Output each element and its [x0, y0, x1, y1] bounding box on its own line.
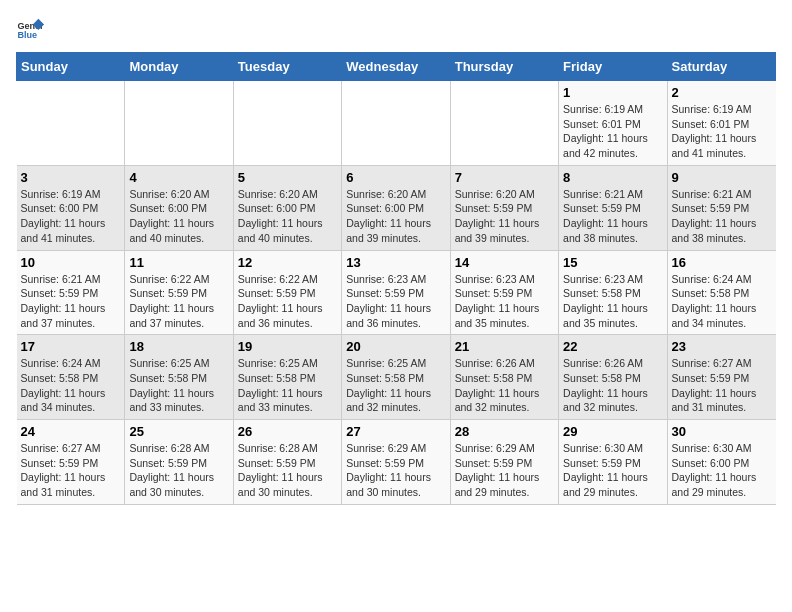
day-info: Sunrise: 6:21 AM Sunset: 5:59 PM Dayligh… — [563, 188, 648, 244]
day-info: Sunrise: 6:21 AM Sunset: 5:59 PM Dayligh… — [21, 273, 106, 329]
day-cell: 30Sunrise: 6:30 AM Sunset: 6:00 PM Dayli… — [667, 420, 775, 505]
day-info: Sunrise: 6:27 AM Sunset: 5:59 PM Dayligh… — [21, 442, 106, 498]
day-info: Sunrise: 6:24 AM Sunset: 5:58 PM Dayligh… — [672, 273, 757, 329]
day-number: 16 — [672, 255, 772, 270]
day-number: 21 — [455, 339, 554, 354]
day-number: 3 — [21, 170, 121, 185]
day-cell: 8Sunrise: 6:21 AM Sunset: 5:59 PM Daylig… — [559, 165, 667, 250]
day-info: Sunrise: 6:19 AM Sunset: 6:01 PM Dayligh… — [672, 103, 757, 159]
day-info: Sunrise: 6:28 AM Sunset: 5:59 PM Dayligh… — [238, 442, 323, 498]
day-cell: 29Sunrise: 6:30 AM Sunset: 5:59 PM Dayli… — [559, 420, 667, 505]
day-of-week-sunday: Sunday — [17, 53, 125, 81]
day-cell: 22Sunrise: 6:26 AM Sunset: 5:58 PM Dayli… — [559, 335, 667, 420]
day-info: Sunrise: 6:25 AM Sunset: 5:58 PM Dayligh… — [238, 357, 323, 413]
day-cell: 27Sunrise: 6:29 AM Sunset: 5:59 PM Dayli… — [342, 420, 450, 505]
day-cell: 24Sunrise: 6:27 AM Sunset: 5:59 PM Dayli… — [17, 420, 125, 505]
day-number: 1 — [563, 85, 662, 100]
calendar-table: SundayMondayTuesdayWednesdayThursdayFrid… — [16, 52, 776, 505]
day-info: Sunrise: 6:20 AM Sunset: 6:00 PM Dayligh… — [346, 188, 431, 244]
day-info: Sunrise: 6:23 AM Sunset: 5:58 PM Dayligh… — [563, 273, 648, 329]
week-row-4: 17Sunrise: 6:24 AM Sunset: 5:58 PM Dayli… — [17, 335, 776, 420]
day-info: Sunrise: 6:25 AM Sunset: 5:58 PM Dayligh… — [346, 357, 431, 413]
day-number: 6 — [346, 170, 445, 185]
day-info: Sunrise: 6:30 AM Sunset: 5:59 PM Dayligh… — [563, 442, 648, 498]
day-number: 19 — [238, 339, 337, 354]
day-cell: 17Sunrise: 6:24 AM Sunset: 5:58 PM Dayli… — [17, 335, 125, 420]
day-info: Sunrise: 6:24 AM Sunset: 5:58 PM Dayligh… — [21, 357, 106, 413]
day-number: 25 — [129, 424, 228, 439]
day-info: Sunrise: 6:20 AM Sunset: 5:59 PM Dayligh… — [455, 188, 540, 244]
day-info: Sunrise: 6:29 AM Sunset: 5:59 PM Dayligh… — [455, 442, 540, 498]
day-number: 29 — [563, 424, 662, 439]
day-number: 10 — [21, 255, 121, 270]
day-cell — [17, 81, 125, 166]
week-row-5: 24Sunrise: 6:27 AM Sunset: 5:59 PM Dayli… — [17, 420, 776, 505]
day-cell — [233, 81, 341, 166]
day-cell: 10Sunrise: 6:21 AM Sunset: 5:59 PM Dayli… — [17, 250, 125, 335]
day-number: 12 — [238, 255, 337, 270]
day-cell: 12Sunrise: 6:22 AM Sunset: 5:59 PM Dayli… — [233, 250, 341, 335]
day-cell: 4Sunrise: 6:20 AM Sunset: 6:00 PM Daylig… — [125, 165, 233, 250]
day-number: 14 — [455, 255, 554, 270]
day-of-week-monday: Monday — [125, 53, 233, 81]
day-number: 11 — [129, 255, 228, 270]
day-cell: 18Sunrise: 6:25 AM Sunset: 5:58 PM Dayli… — [125, 335, 233, 420]
day-cell: 7Sunrise: 6:20 AM Sunset: 5:59 PM Daylig… — [450, 165, 558, 250]
week-row-1: 1Sunrise: 6:19 AM Sunset: 6:01 PM Daylig… — [17, 81, 776, 166]
day-cell — [125, 81, 233, 166]
header: General Blue — [16, 16, 776, 44]
day-info: Sunrise: 6:28 AM Sunset: 5:59 PM Dayligh… — [129, 442, 214, 498]
day-cell: 13Sunrise: 6:23 AM Sunset: 5:59 PM Dayli… — [342, 250, 450, 335]
day-cell: 16Sunrise: 6:24 AM Sunset: 5:58 PM Dayli… — [667, 250, 775, 335]
day-number: 18 — [129, 339, 228, 354]
day-info: Sunrise: 6:26 AM Sunset: 5:58 PM Dayligh… — [563, 357, 648, 413]
day-cell: 23Sunrise: 6:27 AM Sunset: 5:59 PM Dayli… — [667, 335, 775, 420]
day-number: 24 — [21, 424, 121, 439]
day-number: 23 — [672, 339, 772, 354]
week-row-3: 10Sunrise: 6:21 AM Sunset: 5:59 PM Dayli… — [17, 250, 776, 335]
logo: General Blue — [16, 16, 44, 44]
day-number: 5 — [238, 170, 337, 185]
day-info: Sunrise: 6:19 AM Sunset: 6:01 PM Dayligh… — [563, 103, 648, 159]
day-cell — [342, 81, 450, 166]
day-number: 4 — [129, 170, 228, 185]
day-number: 2 — [672, 85, 772, 100]
day-number: 8 — [563, 170, 662, 185]
day-number: 9 — [672, 170, 772, 185]
day-number: 15 — [563, 255, 662, 270]
day-number: 27 — [346, 424, 445, 439]
day-cell: 26Sunrise: 6:28 AM Sunset: 5:59 PM Dayli… — [233, 420, 341, 505]
day-number: 28 — [455, 424, 554, 439]
day-cell: 3Sunrise: 6:19 AM Sunset: 6:00 PM Daylig… — [17, 165, 125, 250]
week-row-2: 3Sunrise: 6:19 AM Sunset: 6:00 PM Daylig… — [17, 165, 776, 250]
day-info: Sunrise: 6:20 AM Sunset: 6:00 PM Dayligh… — [238, 188, 323, 244]
day-info: Sunrise: 6:23 AM Sunset: 5:59 PM Dayligh… — [455, 273, 540, 329]
day-info: Sunrise: 6:29 AM Sunset: 5:59 PM Dayligh… — [346, 442, 431, 498]
day-number: 26 — [238, 424, 337, 439]
day-cell: 14Sunrise: 6:23 AM Sunset: 5:59 PM Dayli… — [450, 250, 558, 335]
day-of-week-friday: Friday — [559, 53, 667, 81]
day-cell: 21Sunrise: 6:26 AM Sunset: 5:58 PM Dayli… — [450, 335, 558, 420]
day-number: 20 — [346, 339, 445, 354]
day-info: Sunrise: 6:21 AM Sunset: 5:59 PM Dayligh… — [672, 188, 757, 244]
day-of-week-wednesday: Wednesday — [342, 53, 450, 81]
day-number: 13 — [346, 255, 445, 270]
logo-icon: General Blue — [16, 16, 44, 44]
day-info: Sunrise: 6:20 AM Sunset: 6:00 PM Dayligh… — [129, 188, 214, 244]
day-cell: 5Sunrise: 6:20 AM Sunset: 6:00 PM Daylig… — [233, 165, 341, 250]
day-number: 30 — [672, 424, 772, 439]
day-info: Sunrise: 6:25 AM Sunset: 5:58 PM Dayligh… — [129, 357, 214, 413]
day-info: Sunrise: 6:22 AM Sunset: 5:59 PM Dayligh… — [238, 273, 323, 329]
day-info: Sunrise: 6:23 AM Sunset: 5:59 PM Dayligh… — [346, 273, 431, 329]
day-of-week-tuesday: Tuesday — [233, 53, 341, 81]
day-cell: 1Sunrise: 6:19 AM Sunset: 6:01 PM Daylig… — [559, 81, 667, 166]
day-info: Sunrise: 6:22 AM Sunset: 5:59 PM Dayligh… — [129, 273, 214, 329]
day-cell: 20Sunrise: 6:25 AM Sunset: 5:58 PM Dayli… — [342, 335, 450, 420]
day-number: 17 — [21, 339, 121, 354]
day-info: Sunrise: 6:27 AM Sunset: 5:59 PM Dayligh… — [672, 357, 757, 413]
day-info: Sunrise: 6:19 AM Sunset: 6:00 PM Dayligh… — [21, 188, 106, 244]
day-info: Sunrise: 6:26 AM Sunset: 5:58 PM Dayligh… — [455, 357, 540, 413]
day-number: 22 — [563, 339, 662, 354]
day-cell: 19Sunrise: 6:25 AM Sunset: 5:58 PM Dayli… — [233, 335, 341, 420]
day-of-week-saturday: Saturday — [667, 53, 775, 81]
